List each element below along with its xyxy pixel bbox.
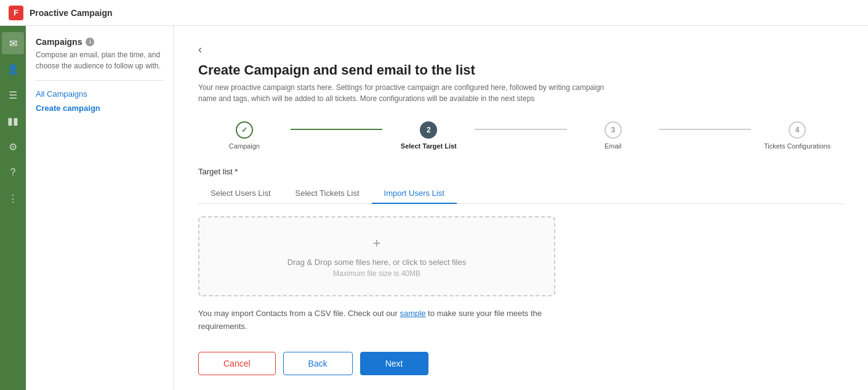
step-email: 3 Email (567, 121, 659, 150)
tab-import-users-list[interactable]: Import Users List (372, 184, 457, 204)
page-title: Create Campaign and send email to the li… (198, 62, 843, 78)
next-button[interactable]: Next (360, 352, 428, 375)
app-logo: F (9, 6, 23, 20)
step-campaign: ✓ Campaign (198, 121, 291, 150)
back-button[interactable]: Back (283, 352, 353, 375)
cancel-button[interactable]: Cancel (198, 352, 276, 375)
tab-select-users-list[interactable]: Select Users List (198, 184, 283, 204)
step-2-label: Select Target List (401, 142, 457, 150)
sidebar-divider (36, 80, 163, 81)
target-list-label: Target list * (198, 167, 843, 176)
sample-link[interactable]: sample (400, 309, 426, 318)
step-3-label: Email (605, 142, 622, 150)
connector-3-4 (659, 129, 752, 130)
sidebar-heading: Campaigns i (36, 37, 163, 47)
step-4-label: Tickets Configurations (764, 142, 830, 150)
drop-text: Drag & Drop some files here, or click to… (287, 258, 466, 267)
file-dropzone[interactable]: + Drag & Drop some files here, or click … (198, 216, 555, 296)
step-4-circle: 4 (789, 121, 806, 139)
chart-icon[interactable]: ▮▮ (2, 110, 24, 132)
app-title: Proactive Campaign (30, 8, 113, 18)
import-info: You may import Contacts from a CSV file.… (198, 307, 555, 333)
stepper: ✓ Campaign 2 Select Target List 3 Email … (198, 121, 843, 150)
sidebar-description: Compose an email, plan the time, and cho… (36, 49, 163, 71)
connector-1-2 (291, 129, 383, 130)
step-select-target: 2 Select Target List (382, 121, 475, 150)
settings-icon[interactable]: ⚙ (2, 136, 24, 158)
tabs: Select Users List Select Tickets List Im… (198, 184, 843, 204)
drop-size: Maximum file size is 40MB (333, 269, 420, 278)
page-description: Your new proactive campaign starts here.… (198, 82, 617, 104)
back-arrow-button[interactable]: ‹ (198, 43, 202, 56)
users-icon[interactable]: 👤 (2, 58, 24, 80)
sidebar-link-all-campaigns[interactable]: All Campaigns (36, 89, 163, 99)
help-icon[interactable]: ? (2, 161, 24, 184)
email-icon[interactable]: ✉ (2, 32, 24, 54)
main-content: ‹ Create Campaign and send email to the … (174, 26, 868, 390)
chat-icon[interactable]: ☰ (2, 84, 24, 106)
button-row: Cancel Back Next (198, 352, 843, 375)
tab-select-tickets-list[interactable]: Select Tickets List (283, 184, 372, 204)
topbar: F Proactive Campaign (0, 0, 868, 26)
step-2-circle: 2 (420, 121, 437, 139)
sidebar: Campaigns i Compose an email, plan the t… (26, 26, 174, 390)
sidebar-link-create-campaign[interactable]: Create campaign (36, 104, 163, 113)
icon-rail: ✉ 👤 ☰ ▮▮ ⚙ ? ⋮ (0, 26, 26, 390)
step-3-circle: 3 (605, 121, 622, 139)
step-1-circle: ✓ (236, 121, 253, 139)
grid-icon[interactable]: ⋮ (2, 187, 24, 209)
step-tickets-config: 4 Tickets Configurations (751, 121, 843, 150)
info-icon: i (86, 38, 94, 46)
plus-icon: + (373, 235, 381, 251)
connector-2-3 (475, 129, 567, 130)
step-1-label: Campaign (229, 142, 260, 150)
